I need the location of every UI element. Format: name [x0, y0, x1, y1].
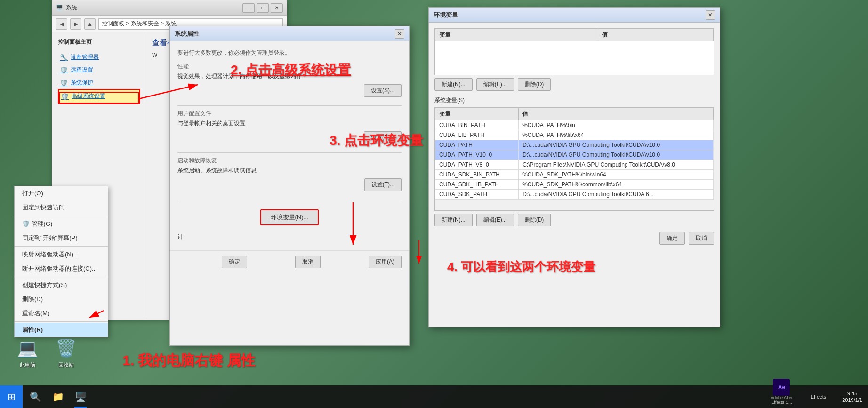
env-btn-container: 环境变量(N)...: [177, 205, 402, 230]
context-disconnect[interactable]: 断开网络驱动器的连接(C)...: [15, 262, 108, 276]
env-cancel-button[interactable]: 取消: [689, 232, 714, 245]
sidebar-item-remote[interactable]: 🛡️ 远程设置: [58, 64, 140, 76]
sysprop-note: 计: [177, 233, 402, 241]
desktop-icon-computer[interactable]: 💻 此电脑: [8, 335, 46, 370]
var-name-cell: CUDA_PATH_V8_0: [435, 160, 519, 170]
table-row[interactable]: CUDA_SDK_LIB_PATH%CUDA_SDK_PATH%\common\…: [435, 180, 714, 190]
sys-delete-button[interactable]: 删除(D): [518, 214, 551, 226]
var-name-cell: CUDA_SDK_BIN_PATH: [435, 170, 519, 180]
up-button[interactable]: ▲: [84, 18, 96, 30]
context-pin-taskbar[interactable]: 固定到快速访问: [15, 200, 108, 215]
user-profile-desc: 与登录帐户相关的桌面设置: [177, 120, 402, 128]
env-titlebar: 环境变量 ✕: [429, 8, 720, 23]
context-menu: 打开(O) 固定到快速访问 🛡️ 管理(G) 固定到"开始"屏幕(P) 映射网络…: [14, 186, 108, 337]
taskbar-ae-item[interactable]: Ae Adobe After Effects C...: [771, 379, 793, 405]
sysprop-ok-button[interactable]: 确定: [222, 256, 247, 268]
sys-var-col-value: 值: [519, 108, 714, 120]
back-button[interactable]: ◀: [56, 18, 67, 30]
user-new-button[interactable]: 新建(N)...: [434, 78, 473, 91]
taskbar-icons: 🔍 📁 🖥️: [23, 385, 842, 408]
forward-button[interactable]: ▶: [70, 18, 81, 30]
context-delete[interactable]: 删除(D): [15, 292, 108, 306]
sysprop-close-button[interactable]: ✕: [395, 29, 404, 39]
context-sep-2: [15, 246, 108, 247]
taskbar-search[interactable]: 🔍: [24, 385, 46, 408]
env-variables-window: 环境变量 ✕ 变量 值 新建(N)... 编辑(E).: [428, 7, 720, 327]
startup-settings-button[interactable]: 设置(T)...: [364, 178, 402, 191]
context-rename[interactable]: 重命名(M): [15, 306, 108, 320]
system-vars-scroll[interactable]: 变量 值 CUDA_BIN_PATH%CUDA_PATH%\binCUDA_LI…: [434, 107, 714, 211]
remote-icon: 🛡️: [60, 66, 68, 74]
user-profile-title: 用户配置文件: [177, 110, 402, 118]
context-pin-start[interactable]: 固定到"开始"屏幕(P): [15, 231, 108, 245]
context-sep-1: [15, 216, 108, 216]
system-vars-title: 系统变量(S): [434, 96, 714, 104]
env-close-button[interactable]: ✕: [706, 10, 715, 20]
var-value-cell: D:\...cuda\NVIDIA GPU Computing Toolkit\…: [519, 140, 714, 150]
var-name-cell: CUDA_PATH: [435, 140, 519, 150]
sidebar-title: 控制面板主页: [58, 38, 140, 46]
table-row[interactable]: CUDA_SDK_BIN_PATH%CUDA_SDK_PATH%\bin\win…: [435, 170, 714, 180]
context-create-shortcut[interactable]: 创建快捷方式(S): [15, 278, 108, 292]
search-icon: 🔍: [29, 390, 42, 403]
user-vars-section: 变量 值 新建(N)... 编辑(E)... 删除(D): [434, 28, 714, 91]
sysprop-bottom-btns: 确定 取消 应用(A): [170, 250, 409, 273]
env-ok-button[interactable]: 确定: [659, 232, 685, 245]
context-manage[interactable]: 🛡️ 管理(G): [15, 217, 108, 231]
sysprop-info: 要进行大多数更改，你必须作为管理员登录。: [177, 49, 402, 57]
var-value-cell: %CUDA_SDK_PATH%\common\lib\x64: [519, 180, 714, 190]
sidebar-item-protection[interactable]: 🛡️ 系统保护: [58, 76, 140, 89]
control-panel-title: 🖥️ 系统: [56, 4, 77, 12]
taskbar-explorer[interactable]: 📁: [47, 385, 69, 408]
context-open[interactable]: 打开(O): [15, 186, 108, 200]
desktop-icon-recycle[interactable]: 🗑️ 回收站: [47, 335, 85, 370]
sysprop-apply-button[interactable]: 应用(A): [369, 256, 402, 268]
taskbar-control-panel[interactable]: 🖥️: [70, 385, 91, 408]
var-value-cell: %CUDA_PATH%\lib\x64: [519, 130, 714, 140]
recycle-icon: 🗑️: [55, 337, 77, 360]
window-controls: ─ □ ✕: [242, 3, 283, 13]
startup-title: 启动和故障恢复: [177, 157, 402, 165]
table-row[interactable]: CUDA_LIB_PATH%CUDA_PATH%\lib\x64: [435, 130, 714, 140]
control-panel-icon: 🖥️: [74, 390, 87, 403]
table-row[interactable]: CUDA_PATH_V10_0D:\...cuda\NVIDIA GPU Com…: [435, 150, 714, 160]
start-button[interactable]: ⊞: [0, 385, 23, 408]
sys-new-button[interactable]: 新建(N)...: [434, 214, 473, 226]
close-button[interactable]: ✕: [271, 3, 283, 13]
taskbar: ⊞ 🔍 📁 🖥️ Ae Adobe After Effects C... 9:4…: [0, 385, 868, 408]
minimize-button[interactable]: ─: [242, 3, 255, 13]
system-vars-table: 变量 值 CUDA_BIN_PATH%CUDA_PATH%\binCUDA_LI…: [435, 108, 714, 200]
table-row[interactable]: CUDA_PATHD:\...cuda\NVIDIA GPU Computing…: [435, 140, 714, 150]
user-var-col-name: 变量: [435, 29, 598, 41]
performance-settings-button[interactable]: 设置(S)...: [364, 84, 402, 97]
table-row[interactable]: CUDA_BIN_PATH%CUDA_PATH%\bin: [435, 120, 714, 130]
user-delete-button[interactable]: 删除(D): [518, 78, 551, 91]
highlight-advanced-settings: [59, 92, 139, 104]
env-variables-button[interactable]: 环境变量(N)...: [260, 209, 319, 225]
user-edit-button[interactable]: 编辑(E)...: [476, 78, 514, 91]
sysprop-title: 系统属性: [175, 30, 199, 38]
var-name-cell: CUDA_SDK_PATH: [435, 190, 519, 200]
sys-edit-button[interactable]: 编辑(E)...: [476, 214, 514, 226]
context-sep-4: [15, 321, 108, 322]
step2-annotation: 2. 点击高级系统设置: [231, 61, 351, 79]
effects-label-area: Effects: [796, 385, 841, 408]
sysprop-titlebar: 系统属性 ✕: [170, 26, 409, 41]
var-value-cell: C:\Program Files\NVIDIA GPU Computing To…: [519, 160, 714, 170]
ae-icon: Ae: [773, 379, 790, 396]
computer-icon: 💻: [16, 337, 39, 360]
context-map-drive[interactable]: 映射网络驱动器(N)...: [15, 248, 108, 262]
computer-label: 此电脑: [20, 361, 35, 368]
maximize-button[interactable]: □: [257, 3, 269, 13]
effects-label: Effects: [811, 394, 826, 400]
context-properties[interactable]: 属性(R): [15, 323, 108, 337]
system-vars-buttons: 新建(N)... 编辑(E)... 删除(D): [434, 214, 714, 226]
user-vars-table: 变量 值: [435, 29, 714, 41]
system-vars-section: 系统变量(S) 变量 值 CUDA_BIN_PATH%CUDA_PATH%\bi…: [434, 96, 714, 226]
user-vars-table-empty: 变量 值: [434, 28, 714, 75]
env-body: 变量 值 新建(N)... 编辑(E)... 删除(D) 系统变量(S): [429, 23, 720, 250]
sidebar-item-device-mgr[interactable]: 🔧 设备管理器: [58, 51, 140, 64]
sysprop-cancel-button[interactable]: 取消: [295, 256, 321, 268]
table-row[interactable]: CUDA_PATH_V8_0C:\Program Files\NVIDIA GP…: [435, 160, 714, 170]
table-row[interactable]: CUDA_SDK_PATHD:\...cuda\NVIDIA GPU Compu…: [435, 190, 714, 200]
